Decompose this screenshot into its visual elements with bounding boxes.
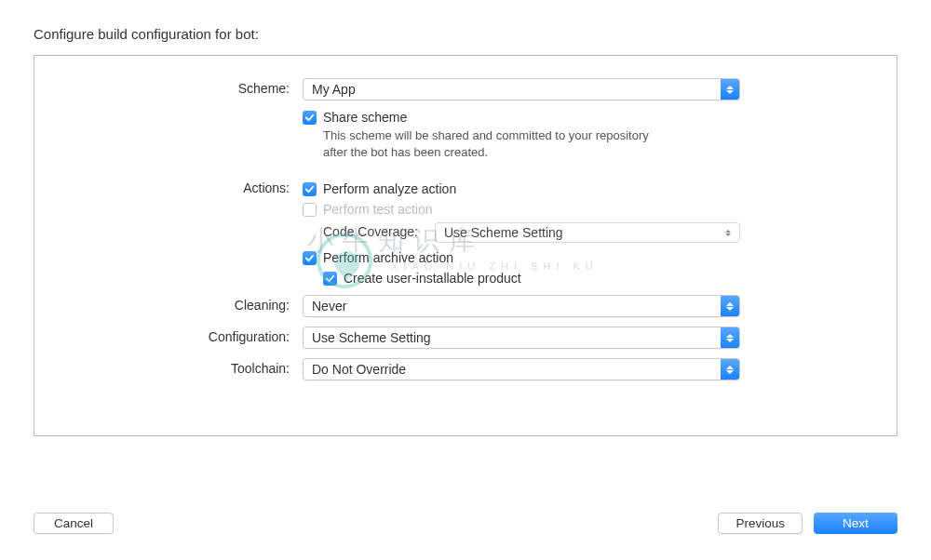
cleaning-select[interactable]: Never (303, 295, 740, 317)
create-installable-checkbox[interactable] (323, 272, 337, 286)
cleaning-value: Never (312, 299, 721, 313)
toolchain-value: Do Not Override (312, 362, 721, 377)
scheme-value: My App (312, 82, 721, 97)
scheme-label: Scheme: (61, 78, 303, 96)
previous-button[interactable]: Previous (718, 513, 803, 534)
configuration-label: Configuration: (61, 327, 303, 344)
analyze-label: Perform analyze action (323, 181, 456, 196)
configuration-select[interactable]: Use Scheme Setting (303, 327, 740, 349)
next-button[interactable]: Next (814, 513, 897, 534)
cancel-button[interactable]: Cancel (34, 513, 114, 534)
archive-label: Perform archive action (323, 250, 453, 265)
code-coverage-value: Use Scheme Setting (444, 225, 563, 240)
toolchain-select[interactable]: Do Not Override (303, 358, 740, 380)
actions-label: Actions: (61, 178, 303, 195)
chevron-updown-icon (721, 79, 739, 100)
test-checkbox (303, 203, 317, 217)
code-coverage-select[interactable]: Use Scheme Setting (435, 222, 740, 243)
test-label: Perform test action (323, 202, 433, 217)
share-scheme-checkbox[interactable] (303, 111, 317, 125)
configuration-value: Use Scheme Setting (312, 330, 721, 345)
footer: Cancel Previous Next (34, 513, 897, 534)
analyze-checkbox[interactable] (303, 182, 317, 196)
code-coverage-label: Code Coverage: (323, 224, 425, 239)
page-title: Configure build configuration for bot: (34, 26, 897, 42)
create-installable-label: Create user-installable product (344, 271, 521, 286)
chevron-updown-icon (721, 296, 739, 316)
archive-checkbox[interactable] (303, 251, 317, 265)
cleaning-label: Cleaning: (61, 295, 303, 313)
chevron-updown-icon (721, 359, 739, 380)
share-scheme-help: This scheme will be shared and committed… (323, 127, 649, 161)
scheme-select[interactable]: My App (303, 78, 740, 100)
chevron-updown-icon (721, 327, 739, 348)
toolchain-label: Toolchain: (61, 358, 303, 376)
share-scheme-label: Share scheme (323, 110, 407, 125)
config-panel: Scheme: My App Share scheme This scheme … (34, 55, 897, 436)
chevron-updown-icon (722, 230, 739, 236)
